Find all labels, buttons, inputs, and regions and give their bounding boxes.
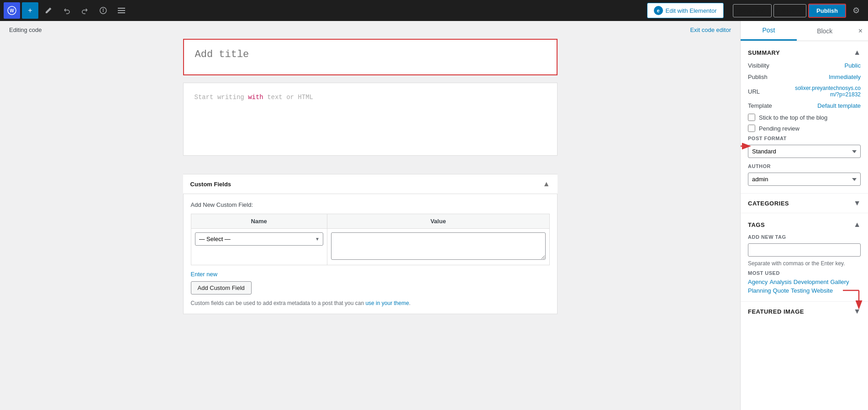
- cf-name-cell: — Select — ▼: [191, 229, 327, 265]
- main-layout: Editing code Exit code editor Start writ…: [0, 21, 868, 410]
- post-format-section-label: POST FORMAT: [748, 136, 861, 141]
- toolbar: W + e Edit with Elementor Save draft Pre…: [0, 0, 868, 21]
- svg-rect-6: [118, 10, 125, 11]
- save-draft-button[interactable]: Save draft: [733, 4, 772, 17]
- template-label: Template: [748, 102, 772, 109]
- custom-fields-note: Custom fields can be used to add extra m…: [191, 300, 550, 306]
- url-row: URL solixer.preyantechnosys.com/?p=21832: [748, 85, 861, 98]
- editing-code-label: Editing code: [9, 26, 42, 33]
- visibility-value[interactable]: Public: [845, 62, 861, 69]
- svg-text:W: W: [10, 8, 14, 13]
- elementor-icon: e: [654, 6, 663, 15]
- cf-name-header: Name: [191, 214, 327, 229]
- categories-title: Categories: [748, 200, 789, 207]
- preview-button[interactable]: Preview: [773, 4, 806, 17]
- custom-fields-toggle-icon: ▲: [543, 180, 550, 188]
- info-button[interactable]: [95, 2, 111, 19]
- svg-rect-7: [118, 12, 125, 13]
- post-format-container: POST FORMAT Standard Aside Chat Gallery …: [748, 136, 861, 158]
- cf-name-select[interactable]: — Select —: [195, 232, 323, 246]
- svg-point-4: [103, 9, 104, 10]
- visibility-label: Visibility: [748, 62, 769, 69]
- tag-item[interactable]: Analysis: [769, 279, 791, 285]
- sidebar-close-button[interactable]: ×: [853, 21, 868, 41]
- edit-with-elementor-button[interactable]: e Edit with Elementor: [647, 3, 724, 18]
- edit-icon[interactable]: [40, 2, 57, 19]
- tag-item[interactable]: Planning: [748, 287, 771, 294]
- title-input[interactable]: [195, 49, 546, 60]
- tags-section-header[interactable]: Tags ▲: [748, 221, 861, 229]
- url-value[interactable]: solixer.preyantechnosys.com/?p=21832: [788, 85, 861, 98]
- tag-item[interactable]: Agency: [748, 279, 768, 285]
- sidebar-tabs: Post Block ×: [741, 21, 868, 41]
- author-section-label: AUTHOR: [748, 163, 861, 169]
- content-input-box[interactable]: Start writing with text or HTML: [183, 83, 558, 156]
- pending-review-row: Pending review: [748, 125, 861, 132]
- featured-image-section: Featured image ▼: [741, 302, 868, 321]
- custom-fields-title: Custom Fields: [190, 181, 231, 188]
- title-input-box: [183, 39, 558, 75]
- add-new-custom-field-label: Add New Custom Field:: [191, 201, 550, 208]
- featured-image-toggle-icon[interactable]: ▼: [853, 307, 861, 315]
- publish-value[interactable]: Immediately: [829, 74, 861, 80]
- wp-logo: W: [4, 2, 20, 19]
- author-select[interactable]: admin: [748, 173, 861, 186]
- publish-button[interactable]: Publish: [808, 4, 846, 18]
- use-in-theme-link[interactable]: use in your theme: [365, 300, 409, 306]
- cf-value-cell: [327, 229, 549, 265]
- stick-to-top-label: Stick to the top of the blog: [759, 114, 827, 121]
- publish-label: Publish: [748, 74, 768, 80]
- tags-list: Agency Analysis Development Gallery Plan…: [748, 279, 861, 294]
- edit-elementor-label: Edit with Elementor: [666, 7, 717, 14]
- summary-title: Summary: [748, 49, 780, 56]
- undo-button[interactable]: [58, 2, 75, 19]
- stick-to-top-checkbox[interactable]: [748, 114, 755, 121]
- categories-section: Categories ▼: [741, 194, 868, 213]
- post-format-select[interactable]: Standard Aside Chat Gallery Link Image Q…: [748, 145, 861, 158]
- stick-to-top-row: Stick to the top of the blog: [748, 114, 861, 121]
- url-label: URL: [748, 88, 760, 95]
- template-row: Template Default template: [748, 102, 861, 109]
- tags-toggle-icon[interactable]: ▲: [853, 221, 861, 229]
- categories-header[interactable]: Categories ▼: [748, 199, 861, 207]
- publish-row: Publish Immediately: [748, 74, 861, 80]
- tag-item[interactable]: Gallery: [830, 279, 849, 285]
- tag-item[interactable]: Testing: [791, 287, 810, 294]
- tag-item[interactable]: Development: [794, 279, 829, 285]
- settings-button[interactable]: ⚙: [848, 2, 864, 19]
- sidebar: Post Block × Summary ▲ Visibility Public…: [740, 21, 868, 410]
- tags-input[interactable]: [748, 243, 861, 257]
- add-custom-field-button[interactable]: Add Custom Field: [191, 281, 252, 294]
- summary-section-header[interactable]: Summary ▲: [748, 48, 861, 57]
- redo-button[interactable]: [77, 2, 93, 19]
- editor-header: Editing code Exit code editor: [0, 21, 740, 39]
- tag-item[interactable]: Website: [811, 287, 833, 294]
- summary-toggle-icon[interactable]: ▲: [853, 48, 861, 57]
- menu-button[interactable]: [113, 2, 130, 19]
- svg-rect-5: [118, 8, 125, 9]
- add-block-button[interactable]: +: [22, 2, 38, 19]
- table-row: — Select — ▼: [191, 229, 549, 265]
- add-new-tag-label: ADD NEW TAG: [748, 234, 861, 240]
- content-with-highlight: with: [248, 94, 263, 101]
- template-value[interactable]: Default template: [817, 102, 861, 109]
- custom-fields-table: Name Value — Select — ▼: [191, 214, 550, 265]
- exit-code-editor-button[interactable]: Exit code editor: [690, 26, 731, 33]
- featured-image-header[interactable]: Featured image ▼: [748, 307, 861, 315]
- tab-block[interactable]: Block: [797, 21, 853, 41]
- custom-fields-header[interactable]: Custom Fields ▲: [183, 174, 558, 194]
- content-placeholder: Start writing with text or HTML: [195, 92, 546, 102]
- tags-title: Tags: [748, 221, 765, 228]
- tab-post[interactable]: Post: [741, 21, 797, 41]
- custom-fields-section: Custom Fields ▲ Add New Custom Field: Na…: [174, 174, 567, 314]
- categories-toggle-icon[interactable]: ▼: [853, 199, 861, 207]
- tags-section: Tags ▲ ADD NEW TAG Separate with commas …: [741, 213, 868, 302]
- most-used-label: MOST USED: [748, 270, 861, 276]
- featured-image-container: Featured image ▼: [741, 302, 868, 321]
- cf-value-header: Value: [327, 214, 549, 229]
- enter-new-link[interactable]: Enter new: [191, 271, 550, 278]
- cf-value-textarea[interactable]: [331, 232, 546, 260]
- editor-area: Editing code Exit code editor Start writ…: [0, 21, 740, 410]
- pending-review-checkbox[interactable]: [748, 125, 755, 132]
- tag-item[interactable]: Quote: [773, 287, 789, 294]
